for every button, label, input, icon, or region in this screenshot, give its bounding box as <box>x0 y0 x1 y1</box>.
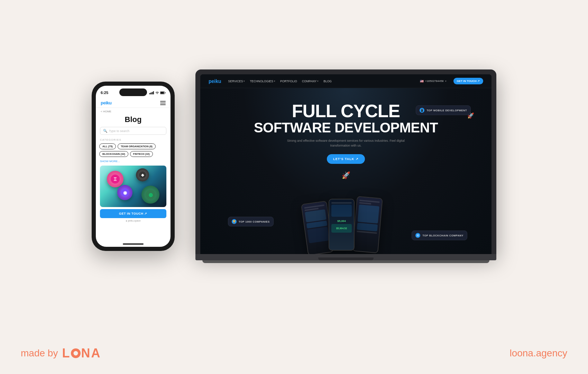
mini-phone-2-screen: $5,004 $5,904.52 <box>329 199 354 250</box>
battery-icon <box>160 91 166 94</box>
footer-agency: loona.agency <box>509 348 567 359</box>
nav-services[interactable]: SERVICES ▾ <box>228 80 245 83</box>
phone-tags: ALL (75) TEAM ORGANIZATION (6) BLOCKCHAI… <box>96 143 171 158</box>
phone-cta-button[interactable]: GET IN TOUCH ↗ <box>100 209 166 218</box>
wifi-icon <box>155 91 159 94</box>
phone-bottom-bar <box>123 243 144 245</box>
footer-left: made by L NA <box>21 346 101 361</box>
site-logo: peiku <box>209 78 221 84</box>
loona-logo: L NA <box>62 346 101 361</box>
badge-mobile-icon: 📱 <box>420 108 424 113</box>
badge-top1000-text: TOP 1000 COMPANIES <box>239 220 270 223</box>
laptop-base <box>195 254 496 260</box>
mini-phones-group: $5,004 $5,904.52 <box>297 192 394 254</box>
laptop-foot <box>202 260 489 263</box>
svg-text:◎: ◎ <box>149 192 153 197</box>
phone-status-icons <box>149 91 166 94</box>
phone-navbar: peiku <box>96 98 171 108</box>
loona-NA: NA <box>81 346 101 361</box>
badge-blockchain-text: TOP BLOCKCHAIN COMPANY <box>422 234 463 237</box>
site-nav-links: SERVICES ▾ TECHNOLOGIES ▾ PORTFOLIO COMP… <box>228 80 413 83</box>
categories-label: CATEGORIES <box>96 138 171 143</box>
nav-company[interactable]: COMPANY ▾ <box>302 80 319 83</box>
svg-text:◉: ◉ <box>123 190 127 195</box>
laptop-mockup: peiku SERVICES ▾ TECHNOLOGIES ▾ PORTFOLI… <box>195 69 496 263</box>
phone-time: 6:25 <box>101 91 108 95</box>
loona-L: L <box>62 346 71 361</box>
search-icon: 🔍 <box>103 129 107 133</box>
phone-back-link[interactable]: < HOME <box>96 108 171 114</box>
nav-blog[interactable]: BLOG <box>323 80 332 83</box>
badge-top1000-icon: 🏆 <box>232 219 237 224</box>
svg-text:Ξ: Ξ <box>113 176 117 182</box>
mini-phone-3 <box>352 196 383 253</box>
mini-phone-2: $5,004 $5,904.52 <box>329 199 355 251</box>
nav-portfolio[interactable]: PORTFOLIO <box>280 80 297 83</box>
main-area: 6:25 <box>0 0 588 333</box>
phone-mockup: 6:25 <box>92 82 175 251</box>
tag-all[interactable]: ALL (75) <box>99 143 116 149</box>
badge-mobile-text: TOP MOBILE DEVELOPMENT <box>426 109 467 112</box>
footer-made-by: made by <box>21 348 58 359</box>
signal-icon <box>149 91 154 94</box>
loona-o-inner <box>74 351 78 356</box>
search-placeholder: Type to search <box>109 129 129 133</box>
phone-blog-image: Ξ ◆ ◉ ◎ <box>100 166 166 207</box>
phone-search-bar[interactable]: 🔍 Type to search <box>100 127 166 135</box>
loona-o-circle <box>71 348 81 358</box>
rocket-icon-center: 🚀 <box>342 171 350 179</box>
phone-logo: peiku <box>101 100 111 105</box>
mini-phone-3-screen <box>353 197 382 253</box>
badge-mobile-dev: 📱 TOP MOBILE DEVELOPMENT <box>416 105 471 115</box>
tag-blockchain[interactable]: BLOCKCHAIN (32) <box>99 151 128 157</box>
phone-notch <box>119 88 147 96</box>
site-navbar: peiku SERVICES ▾ TECHNOLOGIES ▾ PORTFOLI… <box>200 74 491 88</box>
back-label: < HOME <box>101 110 111 113</box>
site-hero: FULL CYCLE SOFTWARE DEVELOPMENT Strong a… <box>200 88 491 254</box>
badge-blockchain-icon: ⛓ <box>415 233 420 238</box>
phone-url: ● peiku.space <box>96 218 171 223</box>
svg-rect-3 <box>153 91 154 94</box>
hero-subtitle: Strong and effective software developmen… <box>280 139 412 148</box>
hamburger-icon[interactable] <box>160 101 166 105</box>
svg-rect-5 <box>160 92 164 94</box>
footer: made by L NA loona.agency <box>0 333 588 374</box>
crypto-coin-3: ◉ <box>117 185 132 200</box>
svg-rect-6 <box>165 92 166 93</box>
phone-blog-title: Blog <box>96 114 171 127</box>
tag-team[interactable]: TEAM ORGANIZATION (6) <box>118 143 156 149</box>
laptop-screen: peiku SERVICES ▾ TECHNOLOGIES ▾ PORTFOLI… <box>200 74 491 254</box>
crypto-coin-2: ◆ <box>136 168 149 181</box>
nav-cta-button[interactable]: GET IN TOUCH ↗ <box>453 78 483 84</box>
nav-phone: 🇺🇸 +16502784458 ▾ <box>420 80 447 83</box>
phone-show-more[interactable]: SHOW MORE... <box>96 158 171 166</box>
phone-inner: 6:25 <box>96 86 171 247</box>
nav-technologies[interactable]: TECHNOLOGIES ▾ <box>250 80 275 83</box>
svg-text:◆: ◆ <box>141 173 144 177</box>
rocket-icon-right: 🚀 <box>467 112 474 119</box>
svg-rect-0 <box>149 93 150 94</box>
phone-outer: 6:25 <box>92 82 175 251</box>
badge-top1000: 🏆 TOP 1000 COMPANIES <box>228 217 274 226</box>
badge-blockchain: ⛓ TOP BLOCKCHAIN COMPANY <box>412 231 467 240</box>
svg-rect-2 <box>152 92 153 94</box>
crypto-coin-4: ◎ <box>141 186 159 204</box>
laptop-outer: peiku SERVICES ▾ TECHNOLOGIES ▾ PORTFOLI… <box>195 69 496 254</box>
crypto-coin-1: Ξ <box>107 171 123 187</box>
hero-cta-button[interactable]: LET'S TALK ↗ <box>327 154 365 164</box>
hero-title-line2: SOFTWARE DEVELOPMENT <box>218 120 474 135</box>
blog-image-bg: Ξ ◆ ◉ ◎ <box>100 166 166 207</box>
svg-rect-1 <box>151 92 152 94</box>
tag-fintech[interactable]: FINTECH (10) <box>130 151 153 157</box>
